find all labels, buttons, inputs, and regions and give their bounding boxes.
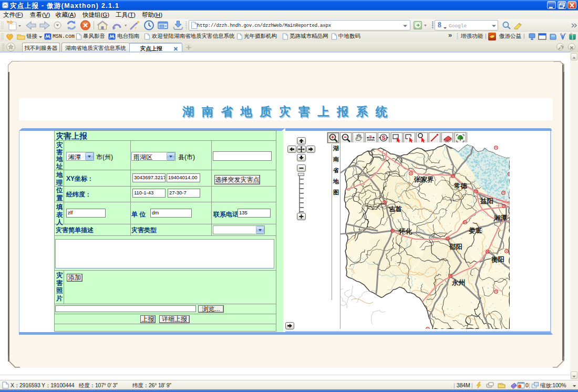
svg-text:常德: 常德 xyxy=(453,182,468,190)
svg-text:张家界: 张家界 xyxy=(414,176,434,183)
svg-text:娄底: 娄底 xyxy=(469,227,482,234)
svg-text:衡阳: 衡阳 xyxy=(491,256,504,263)
svg-text:益阳: 益阳 xyxy=(480,198,493,205)
svg-text:吉首: 吉首 xyxy=(389,205,402,213)
svg-text:?: ? xyxy=(369,135,372,140)
svg-text:怀化: 怀化 xyxy=(398,228,412,235)
svg-text:湘潭: 湘潭 xyxy=(493,214,508,222)
svg-text:邵阳: 邵阳 xyxy=(449,243,462,251)
svg-text:永州: 永州 xyxy=(451,279,465,286)
svg-text:S: S xyxy=(382,135,386,141)
